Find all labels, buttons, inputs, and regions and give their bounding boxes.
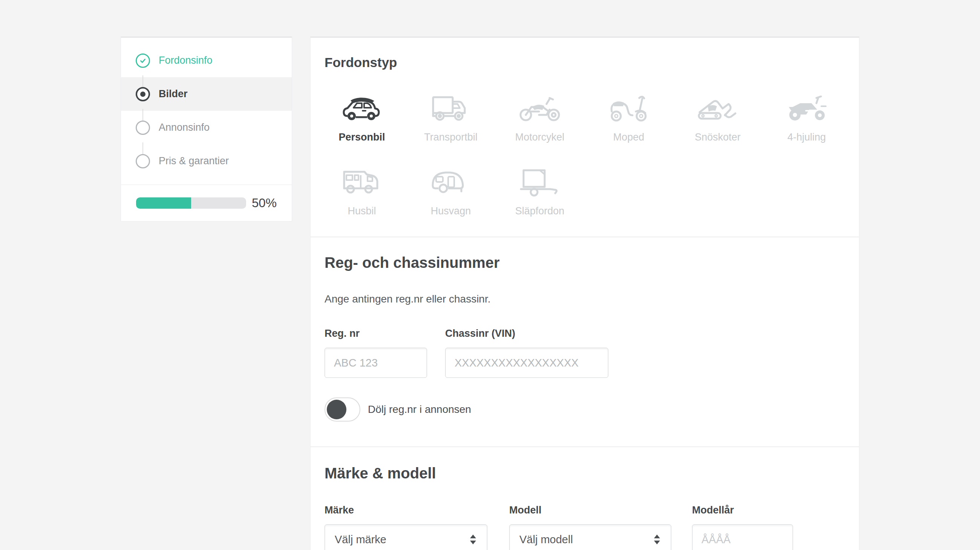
vehicle-option-label: Motorcykel	[515, 131, 565, 143]
vehicle-option-personbil[interactable]: Personbil	[317, 91, 406, 143]
step-fordonsinfo[interactable]: Fordonsinfo	[121, 44, 292, 77]
step-pris-garantier[interactable]: Pris & garantier	[121, 144, 292, 178]
progress-section: 50%	[121, 185, 292, 221]
stepper-card: Fordonsinfo Bilder Annonsinfo Pris & gar…	[121, 36, 292, 222]
stepper: Fordonsinfo Bilder Annonsinfo Pris & gar…	[121, 38, 292, 178]
vin-field-group: Chassinr (VIN)	[445, 328, 608, 378]
vehicle-option-label: Husbil	[347, 205, 376, 217]
step-label: Annonsinfo	[159, 122, 210, 133]
vehicle-option-label: Transportbil	[424, 131, 477, 143]
vehicle-option-moped[interactable]: Moped	[584, 91, 673, 143]
vehicle-option-motorcykel[interactable]: Motorcykel	[495, 91, 584, 143]
moped-icon	[606, 91, 651, 124]
select-arrows-icon	[469, 533, 477, 545]
progress-bar	[136, 197, 246, 209]
vehicle-option-label: Moped	[613, 131, 644, 143]
make-label: Märke	[325, 504, 487, 516]
toggle-knob-icon	[327, 400, 347, 419]
reg-number-input[interactable]	[325, 348, 427, 378]
reg-number-label: Reg. nr	[325, 328, 427, 339]
step-bilder[interactable]: Bilder	[121, 77, 292, 111]
progress-percent: 50%	[252, 196, 277, 210]
trailer-icon	[517, 165, 562, 198]
vehicle-option-snoskoter[interactable]: Snöskoter	[673, 91, 762, 143]
vehicle-option-label: Snöskoter	[695, 131, 741, 143]
select-arrows-icon	[653, 533, 661, 545]
check-circle-icon	[136, 54, 150, 68]
registration-heading: Reg- och chassinummer	[325, 254, 845, 271]
radio-empty-icon	[136, 154, 150, 168]
motorcycle-icon	[517, 91, 562, 124]
make-select-value: Välj märke	[335, 533, 387, 546]
vehicle-type-section: Fordonstyp Personbil	[310, 38, 859, 237]
caravan-icon	[428, 165, 473, 198]
vehicle-option-label: Personbil	[339, 131, 385, 143]
vehicle-option-4-hjuling[interactable]: 4-hjuling	[762, 91, 851, 143]
car-icon	[339, 91, 385, 124]
make-field-group: Märke Välj märke	[325, 504, 487, 550]
vehicle-option-husbil[interactable]: Husbil	[317, 165, 406, 217]
snowmobile-icon	[695, 91, 740, 124]
motorhome-icon	[339, 165, 385, 198]
vehicle-form-card: Fordonstyp Personbil	[310, 36, 859, 550]
step-label: Bilder	[159, 88, 188, 100]
year-label: Modellår	[692, 504, 793, 516]
progress-fill	[136, 197, 191, 209]
hide-regnr-toggle-label: Dölj reg.nr i annonsen	[368, 403, 471, 415]
radio-selected-icon	[136, 87, 150, 101]
vehicle-option-label: Släpfordon	[515, 205, 565, 217]
step-label: Pris & garantier	[159, 155, 229, 167]
vehicle-option-transportbil[interactable]: Transportbil	[406, 91, 495, 143]
vin-label: Chassinr (VIN)	[445, 328, 608, 339]
step-label: Fordonsinfo	[159, 55, 213, 66]
hide-regnr-toggle[interactable]	[325, 398, 360, 422]
vehicle-type-grid: Personbil Transportbil	[317, 91, 845, 217]
reg-number-field-group: Reg. nr	[325, 328, 427, 378]
vehicle-option-label: Husvagn	[431, 205, 471, 217]
make-select[interactable]: Välj märke	[325, 525, 487, 550]
make-model-heading: Märke & modell	[325, 464, 845, 482]
vehicle-option-slapfordon[interactable]: Släpfordon	[495, 165, 584, 217]
registration-section: Reg- och chassinummer Ange antingen reg.…	[310, 237, 859, 447]
vin-input[interactable]	[445, 348, 608, 378]
model-select[interactable]: Välj modell	[509, 525, 671, 550]
step-annonsinfo[interactable]: Annonsinfo	[121, 111, 292, 144]
make-model-section: Märke & modell Märke Välj märke Modell V…	[310, 447, 859, 550]
radio-empty-icon	[136, 120, 150, 135]
year-field-group: Modellår	[692, 504, 793, 550]
atv-icon	[784, 91, 829, 124]
vehicle-type-heading: Fordonstyp	[325, 55, 845, 70]
registration-description: Ange antingen reg.nr eller chassinr.	[325, 293, 845, 305]
model-select-value: Välj modell	[519, 533, 573, 546]
model-label: Modell	[509, 504, 671, 516]
vehicle-option-husvagn[interactable]: Husvagn	[406, 165, 495, 217]
vehicle-option-label: 4-hjuling	[788, 131, 826, 143]
model-field-group: Modell Välj modell	[509, 504, 671, 550]
truck-icon	[428, 91, 473, 124]
year-input[interactable]	[692, 525, 793, 550]
